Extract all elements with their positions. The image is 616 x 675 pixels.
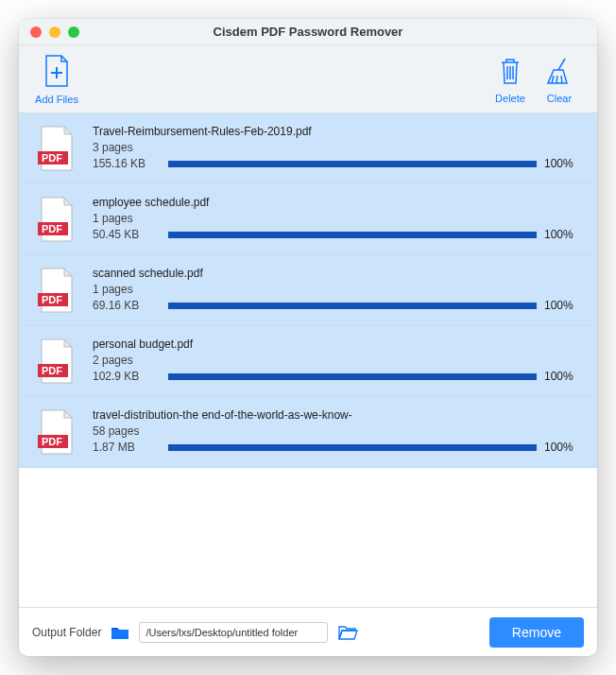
file-size: 50.45 KB: [93, 228, 161, 241]
file-name: employee schedule.pdf: [93, 196, 582, 209]
app-window: Cisdem PDF Password Remover Add Files: [19, 19, 597, 656]
svg-text:PDF: PDF: [42, 436, 62, 447]
file-info: travel-distribution-the end-of-the-world…: [93, 408, 582, 454]
close-window-button[interactable]: [30, 26, 42, 38]
add-files-label: Add Files: [35, 94, 78, 105]
toolbar: Add Files Delete Clear: [19, 45, 597, 113]
progress-percent: 100%: [544, 299, 582, 312]
maximize-window-button[interactable]: [68, 26, 79, 38]
progress-percent: 100%: [544, 441, 582, 454]
file-info: personal budget.pdf 2 pages 102.9 KB 100…: [93, 338, 582, 383]
file-size: 155.16 KB: [93, 157, 161, 170]
file-name: Travel-Reimbursement-Rules-Feb-2019.pdf: [93, 125, 582, 138]
footer: Output Folder Remove: [19, 607, 597, 656]
progress-percent: 100%: [544, 157, 582, 170]
file-pages: 3 pages: [93, 141, 582, 154]
file-pages: 1 pages: [93, 212, 582, 225]
output-folder-path[interactable]: [139, 622, 328, 643]
file-size: 69.16 KB: [93, 299, 161, 312]
delete-label: Delete: [495, 93, 525, 104]
clear-button[interactable]: Clear: [535, 55, 584, 104]
file-row[interactable]: PDF employee schedule.pdf 1 pages 50.45 …: [19, 184, 597, 255]
remove-button[interactable]: Remove: [489, 617, 584, 648]
window-title: Cisdem PDF Password Remover: [19, 25, 597, 39]
svg-text:PDF: PDF: [42, 223, 62, 234]
progress-percent: 100%: [544, 228, 582, 241]
file-row[interactable]: PDF scanned schedule.pdf 1 pages 69.16 K…: [19, 255, 597, 326]
folder-icon: [111, 625, 129, 640]
add-files-button[interactable]: Add Files: [32, 54, 81, 105]
file-pages: 2 pages: [93, 354, 582, 367]
file-info: employee schedule.pdf 1 pages 50.45 KB 1…: [93, 196, 582, 241]
progress-bar: [168, 232, 537, 238]
file-name: travel-distribution-the end-of-the-world…: [93, 408, 582, 422]
progress-bar: [168, 444, 537, 451]
traffic-lights: [30, 26, 79, 38]
file-name: personal budget.pdf: [93, 338, 582, 351]
file-size: 1.87 MB: [93, 441, 161, 454]
svg-text:PDF: PDF: [42, 365, 62, 376]
file-name: scanned schedule.pdf: [93, 267, 582, 280]
pdf-file-icon: PDF: [38, 267, 76, 314]
file-pages: 58 pages: [93, 424, 582, 438]
pdf-file-icon: PDF: [38, 196, 76, 243]
file-list: PDF Travel-Reimbursement-Rules-Feb-2019.…: [19, 113, 597, 607]
trash-icon: [496, 55, 524, 89]
file-info: Travel-Reimbursement-Rules-Feb-2019.pdf …: [93, 125, 582, 170]
open-folder-icon: [337, 624, 358, 641]
progress-percent: 100%: [544, 370, 582, 383]
progress-bar: [168, 373, 537, 380]
output-folder-label: Output Folder: [32, 626, 101, 639]
delete-button[interactable]: Delete: [486, 55, 535, 104]
file-row[interactable]: PDF Travel-Reimbursement-Rules-Feb-2019.…: [19, 113, 597, 184]
file-row[interactable]: PDF travel-distribution-the end-of-the-w…: [19, 397, 597, 468]
titlebar: Cisdem PDF Password Remover: [19, 19, 597, 45]
file-size: 102.9 KB: [93, 370, 161, 383]
file-pages: 1 pages: [93, 283, 582, 296]
broom-icon: [544, 55, 574, 89]
minimize-window-button[interactable]: [49, 26, 60, 38]
pdf-file-icon: PDF: [38, 338, 76, 385]
file-row[interactable]: PDF personal budget.pdf 2 pages 102.9 KB…: [19, 326, 597, 397]
progress-bar: [168, 303, 537, 309]
pdf-file-icon: PDF: [38, 125, 76, 172]
progress-bar: [168, 161, 537, 167]
svg-text:PDF: PDF: [42, 152, 62, 164]
add-files-icon: [43, 54, 71, 90]
clear-label: Clear: [547, 93, 572, 104]
file-info: scanned schedule.pdf 1 pages 69.16 KB 10…: [93, 267, 582, 312]
svg-text:PDF: PDF: [42, 294, 62, 305]
browse-folder-button[interactable]: [337, 624, 358, 641]
pdf-file-icon: PDF: [38, 408, 76, 456]
